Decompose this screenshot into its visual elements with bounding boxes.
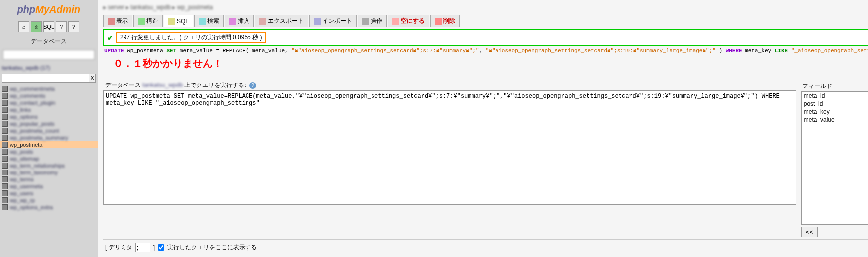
tab-drop[interactable]: 削除 (430, 15, 460, 27)
table-label: wp_commentmeta (10, 86, 55, 92)
tab-import[interactable]: インポート (309, 15, 357, 27)
table-item-wp_term_relationships[interactable]: wp_term_relationships (0, 162, 98, 169)
tab-label: 空にする (401, 17, 425, 25)
table-item-wp_links[interactable]: wp_links (0, 106, 98, 113)
table-icon (2, 121, 8, 127)
table-label: wp_popular_posts (10, 121, 54, 127)
table-icon (2, 128, 8, 134)
help-icon[interactable]: ? (68, 21, 79, 32)
clear-filter-button[interactable]: X (89, 74, 96, 83)
nav-tabs: 表示構造SQL検索挿入エクスポートインポート操作空にする削除 (103, 15, 868, 27)
table-icon (2, 107, 8, 113)
query-fieldset-label: データベース tankatsu_wpdb 上でクエリを実行する: ? (103, 81, 796, 89)
table-item-wp_term_taxonomy[interactable]: wp_term_taxonomy (0, 169, 98, 176)
tab-label: SQL (177, 18, 189, 25)
table-icon (2, 156, 8, 162)
field-item-meta_value[interactable]: meta_value (802, 116, 868, 124)
field-item-post_id[interactable]: post_id (802, 100, 868, 108)
table-item-wp_options[interactable]: wp_options (0, 113, 98, 120)
table-item-wp_wp_rp[interactable]: wp_wp_rp (0, 197, 98, 204)
table-label: wp_wp_rp (10, 197, 35, 203)
table-icon (2, 170, 8, 175)
table-label: wp_comments (10, 93, 45, 99)
tab-sql[interactable]: SQL (164, 15, 193, 27)
exit-icon[interactable]: ⎋ (31, 21, 42, 32)
docs-icon[interactable]: ? (56, 21, 67, 32)
table-label: wp_term_taxonomy (10, 170, 58, 175)
operations-icon (362, 18, 369, 25)
table-icon (2, 142, 8, 148)
tab-label: エクスポート (268, 17, 304, 25)
help-icon[interactable]: ? (249, 82, 256, 89)
sql-icon[interactable]: SQL (43, 21, 54, 32)
table-label: wp_term_relationships (10, 163, 65, 169)
breadcrumb[interactable]: ▸ server ▸ tankatsu_wpdb ▸ wp_postmeta (103, 2, 868, 15)
table-icon (2, 149, 8, 155)
table-item-wp_commentmeta[interactable]: wp_commentmeta (0, 86, 98, 92)
current-database[interactable]: tankatsu_wpdb (17) (2, 65, 96, 71)
tab-structure[interactable]: 構造 (133, 15, 163, 27)
query-options-row: [ デリミタ ] 実行したクエリをここに表示する (103, 239, 868, 255)
tab-empty[interactable]: 空にする (388, 15, 429, 27)
table-item-wp_contact_plugin[interactable]: wp_contact_plugin (0, 99, 98, 106)
table-icon (2, 135, 8, 141)
table-label: wp_sitemap (10, 156, 39, 162)
table-item-wp_posts[interactable]: wp_posts (0, 148, 98, 155)
table-item-wp_popular_posts[interactable]: wp_popular_posts (0, 120, 98, 127)
insert-icon (229, 18, 236, 25)
tab-search[interactable]: 検索 (194, 15, 224, 27)
database-select[interactable] (3, 50, 95, 60)
empty-icon (392, 18, 399, 25)
table-item-wp_postmeta_count[interactable]: wp_postmeta_count (0, 127, 98, 134)
insert-field-button[interactable]: << (801, 227, 818, 237)
table-icon (2, 183, 8, 189)
table-item-wp_users[interactable]: wp_users (0, 190, 98, 197)
tab-label: 表示 (116, 17, 128, 25)
export-icon (259, 18, 266, 25)
delimiter-label-close: ] (153, 244, 155, 251)
home-icon[interactable]: ⌂ (18, 21, 29, 32)
table-icon (2, 93, 8, 99)
fields-listbox[interactable]: meta_idpost_idmeta_keymeta_value (801, 91, 868, 225)
table-label: wp_contact_plugin (10, 100, 55, 106)
delimiter-input[interactable] (135, 243, 150, 252)
table-item-wp_usermeta[interactable]: wp_usermeta (0, 183, 98, 190)
table-label: wp_terms (10, 176, 34, 182)
field-item-meta_key[interactable]: meta_key (802, 108, 868, 116)
drop-icon (435, 18, 442, 25)
table-label: wp_options (10, 114, 38, 120)
success-message-text: 297 行変更しました。( クエリの実行時間 0.0955 秒 ) (116, 32, 266, 43)
table-item-wp_postmeta[interactable]: wp_postmeta (0, 141, 98, 148)
tab-insert[interactable]: 挿入 (225, 15, 254, 27)
tab-label: 検索 (207, 17, 219, 25)
table-item-wp_sitemap[interactable]: wp_sitemap (0, 155, 98, 162)
table-icon (2, 190, 8, 196)
tab-operations[interactable]: 操作 (358, 15, 387, 27)
table-icon (2, 197, 8, 203)
executed-sql: UPDATE wp_postmeta SET meta_value = REPL… (103, 46, 868, 56)
browse-icon (108, 18, 115, 25)
table-filter-input[interactable] (2, 74, 89, 83)
table-label: wp_links (10, 107, 31, 113)
table-icon (2, 114, 8, 120)
tab-export[interactable]: エクスポート (255, 15, 308, 27)
structure-icon (138, 18, 145, 25)
table-tree: wp_commentmetawp_commentswp_contact_plug… (0, 85, 98, 257)
table-item-wp_comments[interactable]: wp_comments (0, 92, 98, 99)
show-query-checkbox[interactable] (158, 244, 164, 251)
logo[interactable]: phpMyAdmin (0, 0, 98, 19)
annotation-overlay: ０．１秒かかりません！ (103, 56, 868, 71)
field-item-meta_id[interactable]: meta_id (802, 92, 868, 100)
logo-my: My (35, 4, 49, 15)
tab-browse[interactable]: 表示 (103, 15, 132, 27)
table-item-wp_options_extra[interactable]: wp_options_extra (0, 204, 98, 211)
table-item-wp_terms[interactable]: wp_terms (0, 176, 98, 183)
table-label: wp_usermeta (10, 183, 43, 189)
sql-query-textarea[interactable] (103, 90, 796, 205)
fields-label: フィールド (801, 81, 868, 91)
database-label: データベース (0, 34, 98, 49)
table-item-wp_postmeta_summary[interactable]: wp_postmeta_summary (0, 134, 98, 141)
main-panel: ▸ server ▸ tankatsu_wpdb ▸ wp_postmeta 表… (98, 0, 868, 257)
check-icon: ✔ (107, 34, 113, 42)
logo-admin: Admin (49, 4, 80, 15)
